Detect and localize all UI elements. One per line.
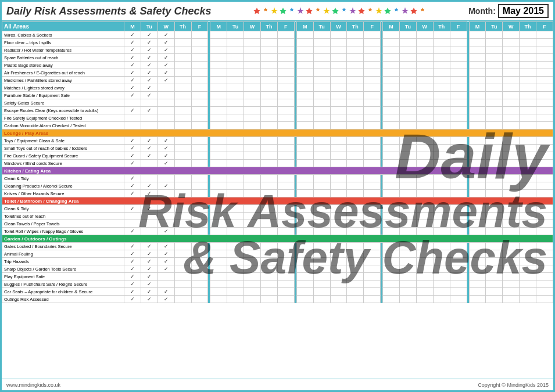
check-cell[interactable] — [347, 296, 364, 303]
check-cell[interactable] — [261, 77, 278, 84]
check-cell[interactable]: ✓ — [124, 190, 141, 197]
check-cell[interactable] — [157, 205, 174, 213]
check-cell[interactable] — [469, 213, 486, 220]
check-cell[interactable] — [520, 296, 536, 303]
check-cell[interactable] — [313, 92, 330, 99]
check-cell[interactable] — [210, 46, 227, 54]
check-cell[interactable] — [261, 265, 278, 273]
check-cell[interactable] — [469, 175, 486, 182]
check-cell[interactable] — [433, 288, 450, 296]
check-cell[interactable] — [400, 213, 417, 220]
check-cell[interactable] — [210, 273, 227, 280]
check-cell[interactable] — [296, 228, 313, 235]
check-cell[interactable] — [383, 122, 400, 130]
check-cell[interactable] — [174, 175, 191, 182]
check-cell[interactable] — [347, 273, 364, 280]
check-cell[interactable] — [296, 273, 313, 280]
check-cell[interactable] — [330, 107, 347, 114]
check-cell[interactable] — [536, 228, 553, 235]
check-cell[interactable] — [210, 182, 227, 190]
check-cell[interactable] — [503, 220, 520, 228]
check-cell[interactable] — [383, 228, 400, 235]
check-cell[interactable] — [244, 107, 261, 114]
check-cell[interactable] — [469, 152, 486, 160]
check-cell[interactable] — [416, 152, 433, 160]
check-cell[interactable] — [469, 122, 486, 130]
check-cell[interactable] — [486, 220, 503, 228]
check-cell[interactable] — [364, 114, 381, 122]
check-cell[interactable] — [191, 145, 208, 152]
check-cell[interactable] — [277, 190, 294, 197]
check-cell[interactable] — [313, 137, 330, 145]
check-cell[interactable] — [210, 296, 227, 303]
check-cell[interactable] — [433, 213, 450, 220]
check-cell[interactable] — [383, 92, 400, 99]
check-cell[interactable] — [227, 250, 244, 258]
check-cell[interactable] — [330, 280, 347, 288]
check-cell[interactable]: ✓ — [124, 288, 141, 296]
check-cell[interactable] — [450, 62, 467, 69]
check-cell[interactable] — [450, 84, 467, 92]
check-cell[interactable] — [450, 99, 467, 107]
check-cell[interactable] — [330, 152, 347, 160]
check-cell[interactable] — [330, 54, 347, 62]
check-cell[interactable] — [536, 288, 553, 296]
check-cell[interactable]: ✓ — [157, 31, 174, 39]
check-cell[interactable] — [347, 39, 364, 46]
check-cell[interactable] — [433, 107, 450, 114]
check-cell[interactable] — [433, 258, 450, 265]
check-cell[interactable] — [244, 54, 261, 62]
check-cell[interactable] — [227, 69, 244, 77]
check-cell[interactable] — [433, 220, 450, 228]
check-cell[interactable] — [227, 145, 244, 152]
check-cell[interactable] — [364, 137, 381, 145]
check-cell[interactable] — [191, 114, 208, 122]
check-cell[interactable] — [313, 250, 330, 258]
check-cell[interactable] — [383, 296, 400, 303]
check-cell[interactable] — [364, 182, 381, 190]
check-cell[interactable] — [313, 54, 330, 62]
check-cell[interactable] — [277, 107, 294, 114]
check-cell[interactable] — [157, 273, 174, 280]
check-cell[interactable] — [469, 137, 486, 145]
check-cell[interactable] — [296, 92, 313, 99]
check-cell[interactable] — [400, 182, 417, 190]
check-cell[interactable] — [364, 107, 381, 114]
check-cell[interactable]: ✓ — [141, 54, 157, 62]
check-cell[interactable]: ✓ — [141, 77, 157, 84]
check-cell[interactable] — [141, 220, 157, 228]
check-cell[interactable] — [416, 160, 433, 167]
check-cell[interactable] — [400, 220, 417, 228]
check-cell[interactable] — [383, 46, 400, 54]
check-cell[interactable] — [227, 152, 244, 160]
check-cell[interactable] — [244, 46, 261, 54]
check-cell[interactable] — [277, 54, 294, 62]
check-cell[interactable]: ✓ — [141, 243, 157, 250]
check-cell[interactable] — [450, 31, 467, 39]
check-cell[interactable] — [364, 205, 381, 213]
check-cell[interactable] — [416, 107, 433, 114]
check-cell[interactable] — [244, 258, 261, 265]
check-cell[interactable] — [244, 77, 261, 84]
check-cell[interactable] — [400, 46, 417, 54]
check-cell[interactable] — [244, 190, 261, 197]
check-cell[interactable] — [383, 258, 400, 265]
check-cell[interactable] — [486, 243, 503, 250]
check-cell[interactable] — [174, 145, 191, 152]
check-cell[interactable] — [157, 280, 174, 288]
check-cell[interactable] — [313, 243, 330, 250]
check-cell[interactable] — [157, 220, 174, 228]
check-cell[interactable] — [174, 122, 191, 130]
check-cell[interactable] — [296, 69, 313, 77]
check-cell[interactable] — [503, 280, 520, 288]
check-cell[interactable] — [383, 160, 400, 167]
check-cell[interactable] — [383, 243, 400, 250]
check-cell[interactable] — [191, 205, 208, 213]
check-cell[interactable] — [486, 160, 503, 167]
check-cell[interactable] — [469, 145, 486, 152]
check-cell[interactable] — [520, 39, 536, 46]
check-cell[interactable] — [486, 273, 503, 280]
check-cell[interactable] — [469, 54, 486, 62]
check-cell[interactable] — [277, 46, 294, 54]
check-cell[interactable] — [433, 39, 450, 46]
